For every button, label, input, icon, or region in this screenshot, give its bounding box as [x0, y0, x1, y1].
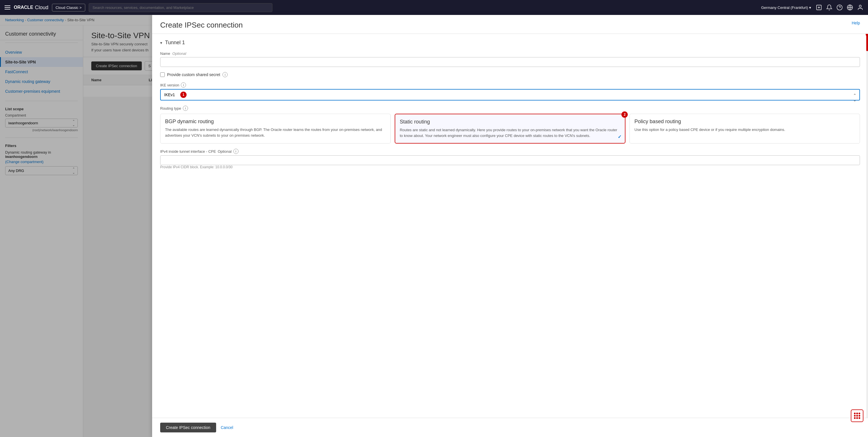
region-chevron: ▾	[809, 5, 811, 10]
bell-icon[interactable]	[826, 4, 832, 11]
ipv4-info-icon[interactable]: i	[234, 149, 239, 154]
top-navigation: ORACLE Cloud Cloud Classic > Germany Cen…	[0, 0, 868, 15]
region-label: Germany Central (Frankfurt)	[761, 5, 808, 10]
static-card-title: Static routing	[400, 119, 621, 125]
routing-type-info-icon[interactable]: i	[183, 106, 188, 111]
shared-secret-checkbox[interactable]	[160, 72, 165, 77]
bgp-card-desc: The available routes are learned dynamic…	[165, 127, 386, 138]
routing-type-section: Routing type i BGP dynamic routing The a…	[160, 106, 860, 144]
drawer-help-link[interactable]: Help	[851, 21, 860, 25]
nav-icons	[816, 4, 863, 11]
tunnel-label: Tunnel 1	[165, 40, 185, 45]
oracle-text: ORACLE	[14, 5, 33, 10]
create-ipsec-connection-button[interactable]: Create IPSec connection	[160, 423, 216, 432]
shared-secret-row: Provide custom shared secret i	[160, 72, 860, 77]
name-optional: Optional	[172, 52, 186, 56]
ike-version-field: IKE version i IKEv1 IKEv2 1 ⌃⌄	[160, 83, 860, 100]
drawer-footer: Create IPSec connection Cancel	[152, 418, 868, 437]
tunnel-1-header[interactable]: ▾ Tunnel 1	[160, 40, 860, 45]
routing-card-static[interactable]: Static routing Routes are static and not…	[395, 114, 626, 144]
svg-point-5	[859, 5, 861, 7]
search-input[interactable]	[89, 3, 272, 12]
scrollbar[interactable]: 3	[866, 34, 868, 418]
ipv4-field: IPv4 inside tunnel interface - CPE Optio…	[160, 149, 860, 169]
routing-card-policy[interactable]: Policy based routing Use this option for…	[629, 114, 860, 144]
shared-secret-info-icon[interactable]: i	[222, 72, 228, 77]
shared-secret-label[interactable]: Provide custom shared secret	[167, 72, 220, 77]
ipv4-label: IPv4 inside tunnel interface - CPE Optio…	[160, 149, 860, 154]
routing-badge-2: 2	[621, 112, 628, 118]
ipv4-input[interactable]	[160, 155, 860, 165]
support-widget[interactable]	[851, 409, 863, 422]
ike-version-label: IKE version i	[160, 83, 860, 88]
help-icon[interactable]	[836, 4, 843, 11]
region-selector[interactable]: Germany Central (Frankfurt) ▾	[761, 5, 811, 10]
tunnel-chevron-icon: ▾	[160, 40, 162, 45]
drawer-header: Create IPSec connection Help	[152, 15, 868, 34]
policy-card-desc: Use this option for a policy based CPE d…	[634, 127, 855, 133]
name-label: Name Optional	[160, 52, 860, 56]
globe-icon[interactable]	[847, 4, 853, 11]
support-grid-icon	[854, 413, 860, 419]
nav-right: Germany Central (Frankfurt) ▾	[761, 4, 863, 11]
ike-version-select[interactable]: IKEv1 IKEv2	[160, 89, 860, 100]
static-card-desc: Routes are static and not learned dynami…	[400, 127, 621, 138]
routing-cards: BGP dynamic routing The available routes…	[160, 114, 860, 144]
scrollbar-badge-3: 3	[866, 34, 868, 37]
ipv4-hint: Provide IPv4 CIDR block. Example: 10.0.0…	[160, 165, 860, 169]
ike-badge-1: 1	[180, 92, 187, 98]
drawer-title: Create IPSec connection	[160, 21, 243, 30]
oracle-logo: ORACLE Cloud	[14, 5, 49, 11]
ipv4-optional: Optional	[218, 149, 231, 154]
routing-card-bgp[interactable]: BGP dynamic routing The available routes…	[160, 114, 391, 144]
cancel-button[interactable]: Cancel	[220, 423, 235, 432]
hamburger-menu[interactable]	[5, 5, 10, 9]
static-card-check-icon: ✓	[618, 134, 621, 139]
code-icon[interactable]	[816, 4, 822, 11]
cloud-classic-button[interactable]: Cloud Classic >	[52, 4, 86, 11]
bgp-card-title: BGP dynamic routing	[165, 119, 386, 125]
routing-type-label: Routing type i	[160, 106, 860, 111]
name-input[interactable]	[160, 57, 860, 67]
cloud-text: Cloud	[35, 5, 49, 11]
ike-info-icon[interactable]: i	[181, 83, 186, 88]
user-icon[interactable]	[857, 4, 863, 11]
policy-card-title: Policy based routing	[634, 119, 855, 125]
create-ipsec-drawer: Create IPSec connection Help ▾ Tunnel 1 …	[152, 15, 868, 437]
drawer-body: ▾ Tunnel 1 Name Optional Provide custom …	[152, 34, 868, 418]
scrollbar-thumb: 3	[866, 34, 868, 51]
name-field: Name Optional	[160, 52, 860, 67]
